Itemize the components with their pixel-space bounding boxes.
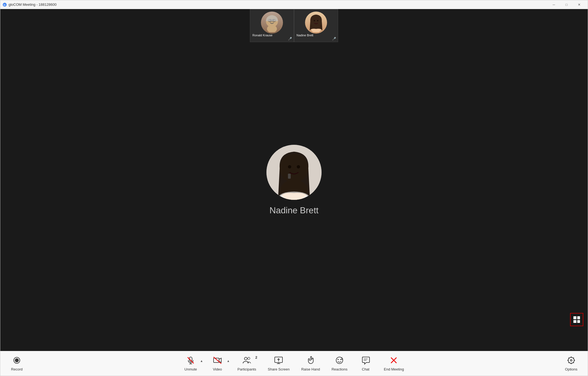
svg-point-35: [336, 357, 343, 364]
thumbnail-name-ronald: Ronald Krause: [251, 33, 274, 37]
svg-point-30: [248, 357, 250, 359]
options-svg: [567, 356, 576, 365]
main-window: G gloCOM Meeting - 188128600 ─ □ ✕: [0, 0, 588, 376]
record-label: Record: [11, 367, 23, 371]
options-label: Options: [565, 367, 578, 371]
gallery-grid-icon: [573, 316, 580, 323]
participants-svg: [242, 356, 251, 365]
svg-rect-18: [288, 174, 291, 179]
maximize-button[interactable]: □: [560, 0, 573, 9]
unmute-label: Unmute: [184, 367, 197, 371]
options-button[interactable]: Options: [560, 354, 582, 374]
reactions-svg: [335, 356, 344, 365]
grid-cell-2: [577, 316, 580, 319]
svg-point-45: [570, 359, 572, 361]
thumbnail-ronald[interactable]: Ronald Krause 🎤: [250, 9, 294, 42]
chat-button[interactable]: Chat: [355, 354, 377, 374]
video-expand-arrow[interactable]: ▲: [226, 359, 230, 363]
toolbar-center: Unmute ▲ Video ▲: [180, 354, 408, 374]
grid-cell-3: [573, 320, 576, 323]
mic-svg: [186, 356, 195, 365]
share-screen-button[interactable]: Share Screen: [263, 354, 294, 374]
titlebar: G gloCOM Meeting - 188128600 ─ □ ✕: [0, 0, 588, 9]
share-screen-icon: [274, 356, 283, 366]
titlebar-controls: ─ □ ✕: [547, 0, 586, 9]
reactions-label: Reactions: [331, 367, 347, 371]
options-icon: [567, 356, 576, 366]
end-meeting-button[interactable]: End Meeting: [379, 354, 408, 374]
thumbnail-mic-nadine: 🎤: [332, 37, 336, 41]
svg-point-36: [338, 359, 339, 360]
app-icon: G: [2, 2, 7, 7]
meeting-area: Ronald Krause 🎤: [0, 9, 588, 351]
participants-icon: [242, 356, 251, 366]
unmute-wrapper: Unmute ▲: [180, 354, 204, 374]
record-button[interactable]: Record: [6, 354, 28, 374]
main-speaker-container: Nadine Brett: [266, 145, 322, 216]
chat-label: Chat: [362, 367, 369, 371]
avatar-nadine-thumb: [305, 12, 327, 34]
record-svg: [12, 356, 21, 365]
chat-icon: [361, 356, 370, 366]
end-meeting-label: End Meeting: [384, 367, 404, 371]
main-user-name: Nadine Brett: [269, 205, 319, 216]
avatar-ronald: [261, 12, 283, 34]
thumbnail-name-nadine: Nadine Brett: [295, 33, 314, 37]
share-screen-label: Share Screen: [268, 367, 290, 371]
participants-label: Participants: [238, 367, 256, 371]
svg-point-21: [15, 358, 19, 362]
raise-hand-icon: [306, 356, 315, 366]
avatar-svg-nadine-thumb: [306, 13, 326, 32]
window-title: gloCOM Meeting - 188128600: [9, 2, 56, 7]
close-button[interactable]: ✕: [573, 0, 586, 9]
svg-rect-26: [214, 358, 219, 363]
svg-point-29: [244, 357, 247, 360]
raise-hand-svg: [306, 356, 315, 365]
thumbnail-strip: Ronald Krause 🎤: [250, 9, 338, 42]
end-meeting-svg: [389, 356, 398, 365]
unmute-icon: [186, 356, 195, 366]
participants-badge: 2: [255, 355, 257, 359]
thumbnail-nadine[interactable]: Nadine Brett 🎤: [294, 9, 338, 42]
record-icon: [12, 356, 21, 366]
toolbar: Record: [0, 351, 588, 376]
svg-text:G: G: [4, 4, 6, 6]
titlebar-left: G gloCOM Meeting - 188128600: [2, 2, 56, 7]
unmute-button[interactable]: Unmute: [180, 354, 202, 374]
toolbar-right: Options: [560, 354, 582, 374]
main-video-area: Nadine Brett: [0, 9, 588, 351]
thumbnail-mic-ronald: 🎤: [288, 37, 292, 41]
grid-cell-1: [573, 316, 576, 319]
main-avatar: [266, 145, 322, 200]
chat-svg: [361, 356, 370, 365]
raise-hand-button[interactable]: Raise Hand: [297, 354, 324, 374]
reactions-button[interactable]: Reactions: [327, 354, 352, 374]
participants-button[interactable]: 2 Participants: [233, 354, 261, 374]
video-icon: [213, 356, 222, 366]
participants-wrapper: 2 Participants: [233, 354, 261, 374]
gallery-view-button[interactable]: [570, 313, 583, 326]
end-meeting-icon: [389, 356, 398, 366]
avatar-svg-ronald: [262, 13, 282, 32]
svg-point-37: [340, 359, 341, 360]
raise-hand-label: Raise Hand: [301, 367, 320, 371]
video-wrapper: Video ▲: [206, 354, 230, 374]
minimize-button[interactable]: ─: [547, 0, 560, 9]
main-avatar-svg: [266, 145, 322, 200]
unmute-expand-arrow[interactable]: ▲: [199, 359, 204, 363]
toolbar-left: Record: [6, 354, 28, 374]
video-svg: [213, 356, 222, 365]
reactions-icon: [335, 356, 344, 366]
video-label: Video: [213, 367, 222, 371]
grid-cell-4: [577, 320, 580, 323]
video-button[interactable]: Video: [206, 354, 228, 374]
share-screen-svg: [274, 356, 283, 365]
